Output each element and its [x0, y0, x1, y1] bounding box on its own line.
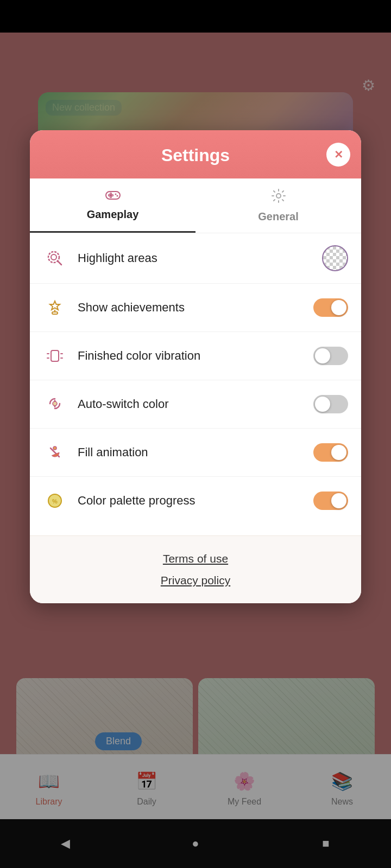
fill-animation-label: Fill animation — [78, 445, 302, 459]
modal-title: Settings — [161, 145, 230, 165]
general-icon — [271, 188, 286, 207]
svg-point-10 — [51, 254, 56, 260]
settings-modal: Settings ✕ Gameplay — [30, 130, 361, 603]
svg-point-5 — [110, 196, 111, 198]
checkered-toggle[interactable] — [322, 245, 348, 271]
auto-switch-label: Auto-switch color — [78, 397, 302, 411]
fill-animation-toggle[interactable] — [313, 443, 348, 462]
vibration-icon — [43, 344, 67, 368]
svg-point-6 — [115, 194, 116, 195]
auto-switch-control[interactable] — [313, 395, 348, 413]
svg-point-3 — [111, 195, 113, 196]
svg-point-19 — [53, 401, 57, 406]
show-achievements-label: Show achievements — [78, 301, 302, 315]
setting-row-show-achievements: Show achievements — [30, 284, 361, 332]
modal-header: Settings ✕ — [30, 130, 361, 178]
svg-point-7 — [116, 195, 118, 197]
svg-point-20 — [53, 446, 56, 450]
vibration-toggle[interactable] — [313, 347, 348, 365]
tab-general-label: General — [258, 210, 298, 223]
tabs-container: Gameplay General — [30, 178, 361, 233]
setting-row-auto-switch: Auto-switch color — [30, 380, 361, 429]
tab-gameplay[interactable]: Gameplay — [30, 178, 195, 233]
auto-switch-icon — [43, 392, 67, 416]
palette-progress-icon: % — [43, 489, 67, 513]
setting-row-vibration: Finished color vibration — [30, 332, 361, 380]
modal-footer: Terms of use Privacy policy — [30, 535, 361, 603]
svg-point-2 — [108, 195, 110, 196]
auto-switch-toggle[interactable] — [313, 395, 348, 413]
palette-progress-label: Color palette progress — [78, 494, 302, 508]
tab-gameplay-label: Gameplay — [87, 208, 139, 221]
show-achievements-control[interactable] — [313, 298, 348, 317]
gameplay-icon — [105, 188, 121, 205]
highlight-areas-icon — [43, 246, 67, 270]
svg-point-8 — [276, 194, 281, 198]
setting-row-palette-progress: % Color palette progress — [30, 477, 361, 525]
tab-general[interactable]: General — [195, 178, 361, 233]
svg-line-11 — [58, 261, 61, 265]
svg-point-4 — [110, 193, 111, 195]
fill-animation-control[interactable] — [313, 443, 348, 462]
privacy-policy-link[interactable]: Privacy policy — [161, 574, 230, 587]
terms-of-use-link[interactable]: Terms of use — [163, 552, 228, 565]
palette-progress-toggle[interactable] — [313, 492, 348, 510]
svg-rect-14 — [51, 350, 59, 361]
palette-progress-control[interactable] — [313, 492, 348, 510]
svg-text:%: % — [52, 498, 58, 505]
show-achievements-toggle[interactable] — [313, 298, 348, 317]
settings-list: Highlight areas Show achievements — [30, 233, 361, 535]
setting-row-fill-animation: Fill animation — [30, 429, 361, 477]
vibration-control[interactable] — [313, 347, 348, 365]
fill-animation-icon — [43, 441, 67, 464]
vibration-label: Finished color vibration — [78, 349, 302, 363]
highlight-areas-control[interactable] — [322, 245, 348, 271]
highlight-areas-label: Highlight areas — [78, 251, 311, 265]
close-icon: ✕ — [334, 148, 343, 161]
setting-row-highlight-areas: Highlight areas — [30, 233, 361, 284]
show-achievements-icon — [43, 296, 67, 320]
close-button[interactable]: ✕ — [326, 143, 350, 167]
svg-rect-12 — [52, 312, 58, 314]
